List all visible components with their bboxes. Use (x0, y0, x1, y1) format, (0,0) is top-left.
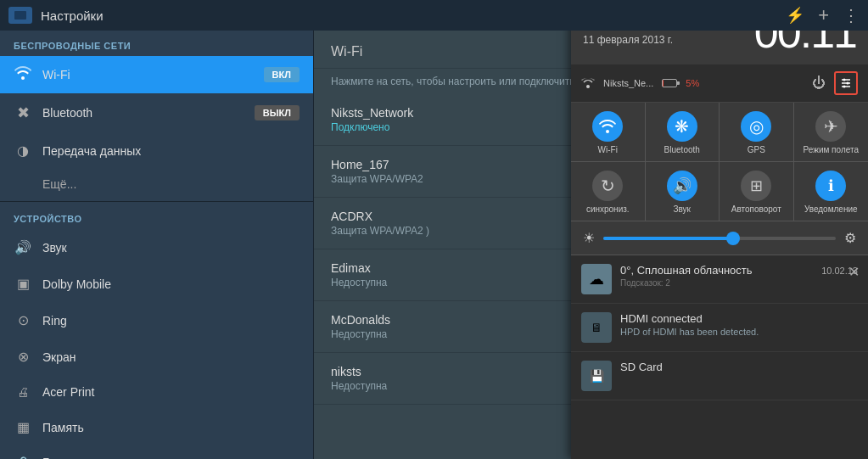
weather-icon: ☁ (581, 264, 612, 294)
device-header: УСТРОЙСТВО (0, 204, 313, 229)
power-icon[interactable]: ⏻ (812, 76, 826, 91)
app-icon (8, 7, 32, 24)
data-icon: ◑ (14, 143, 32, 159)
qt-sync-label: синхрониз. (586, 204, 630, 214)
clock-minutes: 11 (810, 31, 856, 57)
brightness-low-icon: ☀ (583, 230, 595, 246)
wifi-toggle[interactable]: ВКЛ (264, 67, 300, 82)
wireless-header: БЕСПРОВОДНЫЕ СЕТИ (0, 31, 313, 56)
memory-icon: ▦ (14, 419, 32, 435)
clock-hours: 00 (754, 31, 800, 57)
weather-close-button[interactable]: ✕ (848, 264, 860, 280)
sdcard-icon: 💾 (581, 361, 612, 391)
qt-gps-label: GPS (748, 145, 765, 154)
battery-fill (663, 80, 664, 87)
screen-icon: ⊗ (14, 349, 32, 365)
menu-icon[interactable]: ⋮ (843, 5, 860, 25)
qt-airplane[interactable]: ✈ Режим полета (794, 103, 869, 161)
wifi-icon (14, 66, 32, 83)
qt-wifi[interactable]: Wi-Fi (571, 103, 646, 161)
qt-airplane-label: Режим полета (804, 145, 859, 154)
add-icon[interactable]: + (818, 4, 829, 26)
notifications-area: ☁ 0°, Сплошная облачность 10.02.13 Подск… (571, 255, 868, 459)
wifi-content: Wi-Fi Нажмите на сеть, чтобы настроить и… (314, 31, 868, 459)
settings-sidebar: БЕСПРОВОДНЫЕ СЕТИ Wi-Fi ВКЛ ✖ Bluetooth … (0, 31, 314, 459)
weather-content: 0°, Сплошная облачность 10.02.13 Подсказ… (620, 264, 858, 288)
sidebar-item-battery[interactable]: 🔒 Батарея (0, 445, 313, 459)
sidebar-item-memory[interactable]: ▦ Память (0, 409, 313, 445)
sidebar-item-acer-print[interactable]: 🖨 Acer Print (0, 375, 313, 409)
top-bar: Настройки ⚡ + ⋮ (0, 0, 868, 31)
page-title: Настройки (41, 8, 777, 23)
sidebar-item-sound[interactable]: 🔊 Звук (0, 229, 313, 266)
quick-settings-button[interactable] (834, 71, 858, 95)
sidebar-item-more[interactable]: Ещё... (0, 169, 313, 199)
dolby-icon: ▣ (14, 276, 32, 292)
screen-label: Экран (42, 350, 300, 364)
battery-label: Батарея (42, 456, 300, 459)
bluetooth-label: Bluetooth (42, 106, 244, 120)
quick-toggles-row2: ↻ синхрониз. 🔊 Звук ⊞ Автоповорот ℹ Увед… (571, 162, 868, 221)
brightness-settings-icon[interactable]: ⚙ (844, 230, 856, 246)
weather-title: 0°, Сплошная облачность (620, 264, 753, 277)
sidebar-item-bluetooth[interactable]: ✖ Bluetooth ВЫКЛ (0, 93, 313, 132)
qt-gps-icon: ◎ (741, 111, 771, 142)
brightness-thumb (726, 232, 740, 245)
svg-point-7 (843, 86, 846, 88)
sdcard-content: SD Card (620, 361, 858, 373)
qt-rotate[interactable]: ⊞ Автоповорот (720, 162, 794, 221)
qt-bluetooth-icon: ❋ (667, 111, 697, 142)
qt-rotate-label: Автоповорот (731, 204, 781, 214)
sound-label: Звук (42, 241, 300, 255)
sdcard-title: SD Card (620, 361, 858, 373)
sidebar-item-ring[interactable]: ⊙ Ring (0, 302, 313, 339)
qt-wifi-label: Wi-Fi (598, 145, 618, 154)
qt-airplane-icon: ✈ (815, 111, 846, 142)
sidebar-item-screen[interactable]: ⊗ Экран (0, 339, 313, 375)
svg-point-6 (847, 82, 849, 85)
qt-wifi-icon (592, 111, 623, 142)
qt-bluetooth[interactable]: ❋ Bluetooth (646, 103, 720, 161)
section-divider (0, 201, 313, 202)
sidebar-item-wifi[interactable]: Wi-Fi ВКЛ (0, 56, 313, 93)
hdmi-icon: 🖥 (581, 312, 612, 343)
qt-rotate-icon: ⊞ (741, 171, 771, 201)
bluetooth-toggle[interactable]: ВЫКЛ (255, 105, 300, 120)
qt-notification-label: Уведомление (804, 204, 858, 214)
clock-colon: : (800, 31, 810, 57)
notification-sdcard: 💾 SD Card (571, 352, 868, 400)
lightning-icon[interactable]: ⚡ (786, 6, 804, 25)
sidebar-item-dolby[interactable]: ▣ Dolby Mobile (0, 266, 313, 302)
brightness-slider[interactable] (603, 237, 836, 240)
top-actions: ⚡ + ⋮ (786, 4, 860, 26)
qt-sync[interactable]: ↻ синхрониз. (571, 162, 646, 221)
sound-icon: 🔊 (14, 239, 32, 255)
sidebar-item-data[interactable]: ◑ Передача данных (0, 132, 313, 169)
clock-date: понедельник 11 февраля 2013 г. (583, 31, 673, 48)
brightness-bar: ☀ ⚙ (571, 221, 868, 255)
ring-label: Ring (42, 314, 300, 327)
qt-notification[interactable]: ℹ Уведомление (794, 162, 869, 221)
wifi-label: Wi-Fi (42, 68, 254, 81)
status-wifi-text: Niksts_Ne... (603, 78, 653, 88)
acer-print-label: Acer Print (42, 385, 300, 399)
qt-sound-icon: 🔊 (667, 171, 697, 201)
ring-icon: ⊙ (14, 312, 32, 328)
hdmi-content: HDMI connected HPD of HDMI has been dete… (620, 312, 858, 337)
memory-label: Память (42, 421, 300, 434)
notification-overlay: понедельник 11 февраля 2013 г. 00:11 Nik… (571, 31, 868, 459)
quick-toggles-row1: Wi-Fi ❋ Bluetooth ◎ GPS ✈ Режим полета (571, 103, 868, 162)
overlay-status-bar: Niksts_Ne... 5% ⏻ (571, 64, 868, 103)
qt-notification-icon: ℹ (815, 171, 846, 201)
hdmi-title: HDMI connected (620, 312, 858, 325)
svg-rect-1 (14, 11, 26, 20)
qt-gps[interactable]: ◎ GPS (720, 103, 794, 161)
acer-print-icon: 🖨 (14, 385, 32, 399)
brightness-fill (603, 237, 731, 240)
dolby-label: Dolby Mobile (42, 277, 300, 291)
status-battery-text: 5% (686, 78, 699, 88)
notification-hdmi: 🖥 HDMI connected HPD of HDMI has been de… (571, 304, 868, 352)
qt-sound[interactable]: 🔊 Звук (646, 162, 720, 221)
status-wifi-icon (581, 78, 595, 88)
qt-bluetooth-label: Bluetooth (664, 145, 700, 154)
